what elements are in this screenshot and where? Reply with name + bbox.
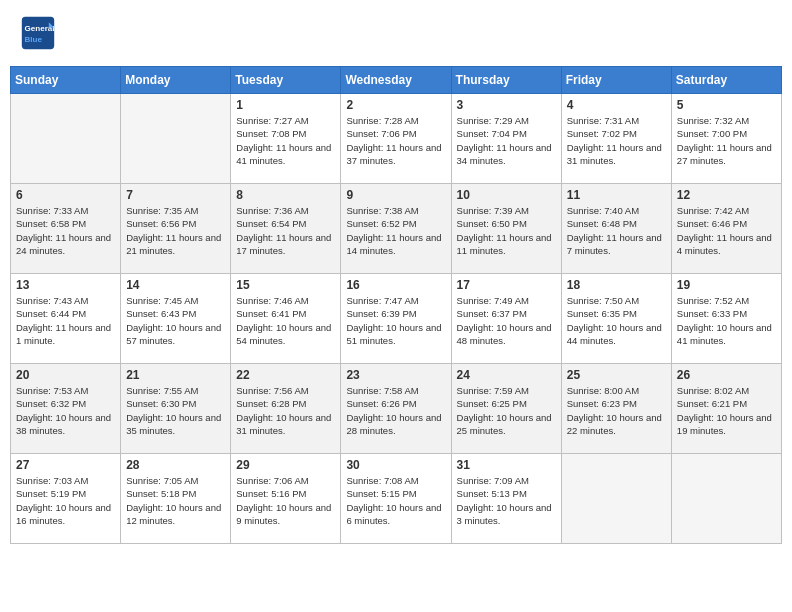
header-cell-saturday: Saturday — [671, 67, 781, 94]
day-cell — [671, 454, 781, 544]
header-cell-sunday: Sunday — [11, 67, 121, 94]
day-number: 29 — [236, 458, 335, 472]
header-cell-thursday: Thursday — [451, 67, 561, 94]
svg-text:Blue: Blue — [25, 35, 43, 44]
day-number: 16 — [346, 278, 445, 292]
day-cell: 10Sunrise: 7:39 AMSunset: 6:50 PMDayligh… — [451, 184, 561, 274]
day-number: 24 — [457, 368, 556, 382]
day-info: Sunrise: 7:06 AMSunset: 5:16 PMDaylight:… — [236, 474, 335, 527]
day-number: 11 — [567, 188, 666, 202]
day-number: 18 — [567, 278, 666, 292]
day-cell: 30Sunrise: 7:08 AMSunset: 5:15 PMDayligh… — [341, 454, 451, 544]
calendar-header: SundayMondayTuesdayWednesdayThursdayFrid… — [11, 67, 782, 94]
day-cell: 15Sunrise: 7:46 AMSunset: 6:41 PMDayligh… — [231, 274, 341, 364]
page-header: General Blue — [10, 10, 782, 56]
day-info: Sunrise: 7:55 AMSunset: 6:30 PMDaylight:… — [126, 384, 225, 437]
day-cell: 19Sunrise: 7:52 AMSunset: 6:33 PMDayligh… — [671, 274, 781, 364]
day-number: 20 — [16, 368, 115, 382]
week-row-3: 13Sunrise: 7:43 AMSunset: 6:44 PMDayligh… — [11, 274, 782, 364]
day-info: Sunrise: 7:03 AMSunset: 5:19 PMDaylight:… — [16, 474, 115, 527]
day-info: Sunrise: 7:53 AMSunset: 6:32 PMDaylight:… — [16, 384, 115, 437]
day-cell: 9Sunrise: 7:38 AMSunset: 6:52 PMDaylight… — [341, 184, 451, 274]
day-cell — [561, 454, 671, 544]
week-row-4: 20Sunrise: 7:53 AMSunset: 6:32 PMDayligh… — [11, 364, 782, 454]
day-cell: 11Sunrise: 7:40 AMSunset: 6:48 PMDayligh… — [561, 184, 671, 274]
day-number: 7 — [126, 188, 225, 202]
day-info: Sunrise: 7:27 AMSunset: 7:08 PMDaylight:… — [236, 114, 335, 167]
day-cell: 1Sunrise: 7:27 AMSunset: 7:08 PMDaylight… — [231, 94, 341, 184]
week-row-5: 27Sunrise: 7:03 AMSunset: 5:19 PMDayligh… — [11, 454, 782, 544]
day-number: 6 — [16, 188, 115, 202]
day-info: Sunrise: 7:08 AMSunset: 5:15 PMDaylight:… — [346, 474, 445, 527]
day-info: Sunrise: 7:50 AMSunset: 6:35 PMDaylight:… — [567, 294, 666, 347]
day-cell: 27Sunrise: 7:03 AMSunset: 5:19 PMDayligh… — [11, 454, 121, 544]
day-cell — [121, 94, 231, 184]
calendar-body: 1Sunrise: 7:27 AMSunset: 7:08 PMDaylight… — [11, 94, 782, 544]
day-cell: 21Sunrise: 7:55 AMSunset: 6:30 PMDayligh… — [121, 364, 231, 454]
day-info: Sunrise: 7:42 AMSunset: 6:46 PMDaylight:… — [677, 204, 776, 257]
day-info: Sunrise: 7:40 AMSunset: 6:48 PMDaylight:… — [567, 204, 666, 257]
day-cell: 22Sunrise: 7:56 AMSunset: 6:28 PMDayligh… — [231, 364, 341, 454]
day-cell: 3Sunrise: 7:29 AMSunset: 7:04 PMDaylight… — [451, 94, 561, 184]
day-number: 13 — [16, 278, 115, 292]
day-number: 3 — [457, 98, 556, 112]
day-info: Sunrise: 7:39 AMSunset: 6:50 PMDaylight:… — [457, 204, 556, 257]
day-cell: 31Sunrise: 7:09 AMSunset: 5:13 PMDayligh… — [451, 454, 561, 544]
day-info: Sunrise: 7:52 AMSunset: 6:33 PMDaylight:… — [677, 294, 776, 347]
day-number: 17 — [457, 278, 556, 292]
day-info: Sunrise: 7:38 AMSunset: 6:52 PMDaylight:… — [346, 204, 445, 257]
day-info: Sunrise: 7:28 AMSunset: 7:06 PMDaylight:… — [346, 114, 445, 167]
calendar-table: SundayMondayTuesdayWednesdayThursdayFrid… — [10, 66, 782, 544]
header-cell-tuesday: Tuesday — [231, 67, 341, 94]
day-info: Sunrise: 7:49 AMSunset: 6:37 PMDaylight:… — [457, 294, 556, 347]
day-cell: 28Sunrise: 7:05 AMSunset: 5:18 PMDayligh… — [121, 454, 231, 544]
week-row-1: 1Sunrise: 7:27 AMSunset: 7:08 PMDaylight… — [11, 94, 782, 184]
day-info: Sunrise: 7:43 AMSunset: 6:44 PMDaylight:… — [16, 294, 115, 347]
day-cell: 12Sunrise: 7:42 AMSunset: 6:46 PMDayligh… — [671, 184, 781, 274]
day-number: 5 — [677, 98, 776, 112]
day-info: Sunrise: 7:45 AMSunset: 6:43 PMDaylight:… — [126, 294, 225, 347]
day-number: 31 — [457, 458, 556, 472]
day-number: 15 — [236, 278, 335, 292]
day-cell: 26Sunrise: 8:02 AMSunset: 6:21 PMDayligh… — [671, 364, 781, 454]
logo-icon: General Blue — [20, 15, 56, 51]
day-info: Sunrise: 8:02 AMSunset: 6:21 PMDaylight:… — [677, 384, 776, 437]
day-number: 28 — [126, 458, 225, 472]
day-cell: 2Sunrise: 7:28 AMSunset: 7:06 PMDaylight… — [341, 94, 451, 184]
day-info: Sunrise: 7:33 AMSunset: 6:58 PMDaylight:… — [16, 204, 115, 257]
day-number: 22 — [236, 368, 335, 382]
day-info: Sunrise: 8:00 AMSunset: 6:23 PMDaylight:… — [567, 384, 666, 437]
day-number: 12 — [677, 188, 776, 202]
day-number: 14 — [126, 278, 225, 292]
header-row: SundayMondayTuesdayWednesdayThursdayFrid… — [11, 67, 782, 94]
day-info: Sunrise: 7:29 AMSunset: 7:04 PMDaylight:… — [457, 114, 556, 167]
day-info: Sunrise: 7:46 AMSunset: 6:41 PMDaylight:… — [236, 294, 335, 347]
day-cell: 4Sunrise: 7:31 AMSunset: 7:02 PMDaylight… — [561, 94, 671, 184]
day-number: 25 — [567, 368, 666, 382]
day-cell: 23Sunrise: 7:58 AMSunset: 6:26 PMDayligh… — [341, 364, 451, 454]
week-row-2: 6Sunrise: 7:33 AMSunset: 6:58 PMDaylight… — [11, 184, 782, 274]
day-info: Sunrise: 7:05 AMSunset: 5:18 PMDaylight:… — [126, 474, 225, 527]
header-cell-wednesday: Wednesday — [341, 67, 451, 94]
day-cell: 8Sunrise: 7:36 AMSunset: 6:54 PMDaylight… — [231, 184, 341, 274]
day-number: 30 — [346, 458, 445, 472]
day-number: 27 — [16, 458, 115, 472]
day-number: 19 — [677, 278, 776, 292]
day-number: 8 — [236, 188, 335, 202]
day-cell: 16Sunrise: 7:47 AMSunset: 6:39 PMDayligh… — [341, 274, 451, 364]
day-info: Sunrise: 7:59 AMSunset: 6:25 PMDaylight:… — [457, 384, 556, 437]
day-number: 4 — [567, 98, 666, 112]
day-cell: 24Sunrise: 7:59 AMSunset: 6:25 PMDayligh… — [451, 364, 561, 454]
day-cell: 14Sunrise: 7:45 AMSunset: 6:43 PMDayligh… — [121, 274, 231, 364]
day-number: 26 — [677, 368, 776, 382]
day-info: Sunrise: 7:32 AMSunset: 7:00 PMDaylight:… — [677, 114, 776, 167]
day-number: 2 — [346, 98, 445, 112]
day-info: Sunrise: 7:36 AMSunset: 6:54 PMDaylight:… — [236, 204, 335, 257]
day-cell: 6Sunrise: 7:33 AMSunset: 6:58 PMDaylight… — [11, 184, 121, 274]
day-number: 10 — [457, 188, 556, 202]
day-cell: 13Sunrise: 7:43 AMSunset: 6:44 PMDayligh… — [11, 274, 121, 364]
day-cell: 5Sunrise: 7:32 AMSunset: 7:00 PMDaylight… — [671, 94, 781, 184]
day-number: 21 — [126, 368, 225, 382]
day-cell: 25Sunrise: 8:00 AMSunset: 6:23 PMDayligh… — [561, 364, 671, 454]
day-cell: 29Sunrise: 7:06 AMSunset: 5:16 PMDayligh… — [231, 454, 341, 544]
